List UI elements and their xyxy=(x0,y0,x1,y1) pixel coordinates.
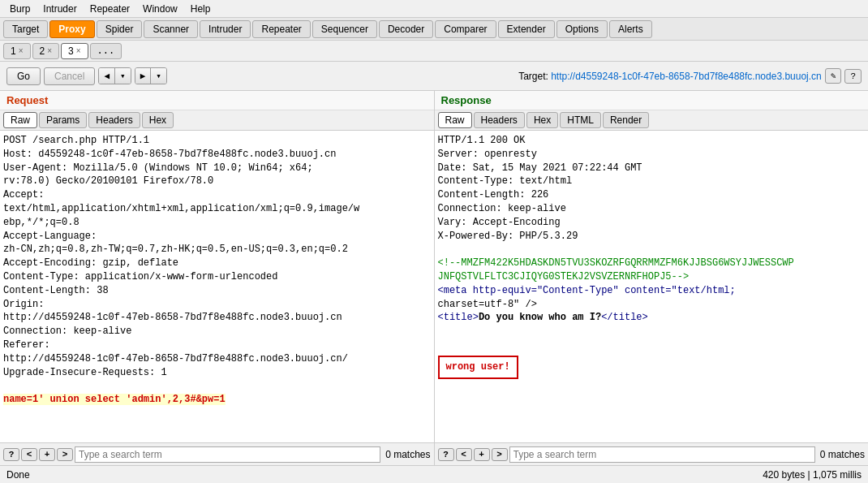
menu-bar: Burp Intruder Repeater Window Help xyxy=(0,0,868,18)
response-tab-hex[interactable]: Hex xyxy=(526,112,558,128)
request-matches-count: 0 matches xyxy=(385,449,430,460)
menu-burp[interactable]: Burp xyxy=(3,2,37,16)
tab-decoder[interactable]: Decoder xyxy=(379,20,433,38)
target-info: Target: http://d4559248-1c0f-47eb-8658-7… xyxy=(518,71,822,82)
tab-alerts[interactable]: Alerts xyxy=(609,20,652,38)
menu-repeater[interactable]: Repeater xyxy=(84,2,136,16)
num-tab-3[interactable]: 3 × xyxy=(61,43,88,59)
request-search-help[interactable]: ? xyxy=(3,448,19,461)
response-search-prev[interactable]: < xyxy=(456,448,472,461)
request-tab-params[interactable]: Params xyxy=(39,112,87,128)
nav-prev-dropdown[interactable]: ▾ xyxy=(115,68,131,84)
tab-proxy[interactable]: Proxy xyxy=(49,20,94,38)
request-content[interactable]: POST /search.php HTTP/1.1 Host: d4559248… xyxy=(0,131,434,442)
status-text: Done xyxy=(6,469,30,481)
num-tab-2-close[interactable]: × xyxy=(47,46,52,55)
num-tab-more[interactable]: ... xyxy=(90,43,122,59)
main-tab-bar: Target Proxy Spider Scanner Intruder Rep… xyxy=(0,18,868,41)
status-info: 420 bytes | 1,075 millis xyxy=(763,469,862,481)
nav-next-dropdown[interactable]: ▾ xyxy=(151,68,166,84)
tab-target[interactable]: Target xyxy=(3,20,48,38)
tab-comparer[interactable]: Comparer xyxy=(435,20,496,38)
response-tab-raw[interactable]: Raw xyxy=(438,112,472,128)
response-search-bar: ? < + > 0 matches xyxy=(435,442,869,465)
num-tab-3-close[interactable]: × xyxy=(76,46,81,55)
tab-spider[interactable]: Spider xyxy=(97,20,143,38)
num-tab-2-label: 2 xyxy=(40,45,45,57)
num-tab-3-label: 3 xyxy=(68,45,74,57)
request-search-bar: ? < + > 0 matches xyxy=(0,442,434,465)
target-label: Target: xyxy=(518,71,548,82)
nav-prev-button[interactable]: ◀ xyxy=(99,68,115,84)
help-button[interactable]: ? xyxy=(844,69,862,84)
response-tab-headers[interactable]: Headers xyxy=(474,112,525,128)
menu-intruder[interactable]: Intruder xyxy=(37,2,83,16)
main-content: Request Raw Params Headers Hex POST /sea… xyxy=(0,91,868,465)
request-search-prev[interactable]: < xyxy=(21,448,37,461)
request-tab-bar: Raw Params Headers Hex xyxy=(0,110,434,131)
tab-scanner[interactable]: Scanner xyxy=(144,20,198,38)
num-tab-2[interactable]: 2 × xyxy=(32,43,60,59)
response-tab-html[interactable]: HTML xyxy=(560,112,601,128)
nav-next-group: ▶ ▾ xyxy=(135,67,167,84)
num-tab-1-close: × xyxy=(19,46,24,55)
response-tab-bar: Raw Headers Hex HTML Render xyxy=(435,110,869,131)
tab-options[interactable]: Options xyxy=(556,20,608,38)
request-panel: Request Raw Params Headers Hex POST /sea… xyxy=(0,91,435,465)
response-search-next-plus[interactable]: + xyxy=(474,448,490,461)
response-title: Response xyxy=(435,91,869,110)
tab-extender[interactable]: Extender xyxy=(498,20,555,38)
toolbar: Go Cancel ◀ ▾ ▶ ▾ Target: http://d455924… xyxy=(0,62,868,91)
request-search-next[interactable]: > xyxy=(57,448,73,461)
edit-target-button[interactable]: ✎ xyxy=(825,68,842,84)
request-search-next-plus[interactable]: + xyxy=(39,448,55,461)
status-bar: Done 420 bytes | 1,075 millis xyxy=(0,465,868,483)
nav-next-button[interactable]: ▶ xyxy=(135,68,152,84)
menu-help[interactable]: Help xyxy=(184,2,217,16)
num-tab-bar: 1 × 2 × 3 × ... xyxy=(0,41,868,62)
response-tab-render[interactable]: Render xyxy=(603,112,649,128)
tab-sequencer[interactable]: Sequencer xyxy=(312,20,377,38)
request-search-input[interactable] xyxy=(75,446,380,463)
go-button[interactable]: Go xyxy=(6,67,41,85)
target-url: http://d4559248-1c0f-47eb-8658-7bd7f8e48… xyxy=(551,71,822,82)
tab-intruder[interactable]: Intruder xyxy=(200,20,251,38)
response-matches-count: 0 matches xyxy=(820,449,865,460)
cancel-button[interactable]: Cancel xyxy=(44,67,95,85)
tab-repeater[interactable]: Repeater xyxy=(252,20,310,38)
request-tab-raw[interactable]: Raw xyxy=(3,112,37,128)
nav-prev-group: ◀ ▾ xyxy=(98,67,131,84)
request-tab-headers[interactable]: Headers xyxy=(88,112,140,128)
response-search-help[interactable]: ? xyxy=(438,448,454,461)
response-search-next[interactable]: > xyxy=(492,448,508,461)
response-content[interactable]: HTTP/1.1 200 OK Server: openresty Date: … xyxy=(435,131,869,442)
response-panel: Response Raw Headers Hex HTML Render HTT… xyxy=(435,91,869,465)
response-search-input[interactable] xyxy=(509,446,815,463)
menu-window[interactable]: Window xyxy=(136,2,184,16)
num-tab-1[interactable]: 1 × xyxy=(3,43,31,59)
request-title: Request xyxy=(0,91,434,110)
request-tab-hex[interactable]: Hex xyxy=(142,112,174,128)
num-tab-1-label: 1 xyxy=(11,45,16,57)
